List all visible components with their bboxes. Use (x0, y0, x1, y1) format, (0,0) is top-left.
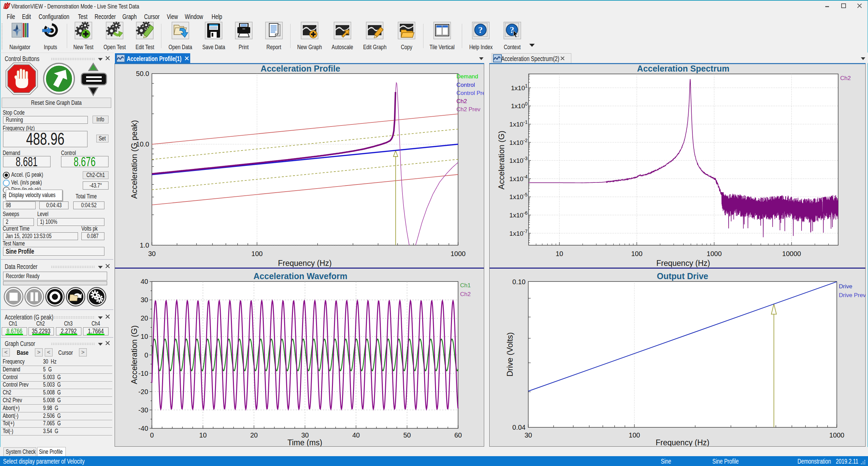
svg-text:Output Drive: Output Drive (657, 271, 708, 281)
svg-text:Ch2: Ch2 (456, 98, 467, 104)
svg-text:10000: 10000 (782, 250, 801, 257)
svg-text:Frequency (Hz): Frequency (Hz) (656, 438, 709, 446)
svg-text:?: ? (478, 25, 483, 35)
svg-text:Acceleration (G peak): Acceleration (G peak) (130, 120, 139, 199)
svg-text:1000: 1000 (829, 431, 845, 439)
svg-text:1000: 1000 (707, 250, 722, 257)
svg-text:Time (ms): Time (ms) (288, 438, 322, 446)
svg-text:Control Prev: Control Prev (456, 90, 484, 96)
svg-text:Ch2 Prev: Ch2 Prev (456, 106, 480, 113)
svg-text:30: 30 (148, 250, 156, 257)
svg-text:-30: -30 (138, 406, 148, 414)
svg-text:100: 100 (629, 431, 640, 439)
svg-text:50: 50 (403, 431, 411, 439)
svg-text:1x101: 1x101 (511, 83, 528, 92)
svg-text:Acceleration (G): Acceleration (G) (130, 325, 139, 384)
svg-text:10: 10 (141, 333, 148, 340)
svg-text:Drive: Drive (839, 283, 852, 290)
svg-text:50.0: 50.0 (136, 70, 149, 77)
svg-text:30: 30 (301, 431, 309, 439)
svg-text:Acceleration Spectrum: Acceleration Spectrum (637, 64, 729, 73)
svg-text:1x10-6: 1x10-6 (509, 210, 528, 219)
svg-text:40: 40 (141, 278, 148, 285)
svg-text:Ch1: Ch1 (460, 282, 471, 289)
svg-text:Frequency (Hz): Frequency (Hz) (278, 259, 332, 267)
svg-text:10: 10 (556, 250, 563, 257)
svg-text:Drive Prev: Drive Prev (839, 292, 865, 298)
svg-text:1x10-7: 1x10-7 (509, 229, 528, 237)
svg-text:1x10-2: 1x10-2 (509, 138, 528, 146)
svg-text:1x10-5: 1x10-5 (509, 192, 528, 200)
svg-text:-40: -40 (138, 425, 148, 432)
svg-text:0.04: 0.04 (512, 424, 526, 431)
svg-text:Acceleration Waveform: Acceleration Waveform (254, 271, 348, 281)
svg-text:Drive (Volts): Drive (Volts) (505, 332, 514, 377)
svg-text:1x10-1: 1x10-1 (509, 119, 528, 128)
svg-text:Control: Control (456, 82, 475, 88)
svg-text:30: 30 (141, 296, 148, 304)
svg-text:0.10: 0.10 (512, 278, 526, 286)
svg-text:1x10-3: 1x10-3 (509, 156, 528, 164)
svg-text:1x100: 1x100 (511, 101, 528, 110)
svg-text:60: 60 (454, 431, 462, 439)
svg-text:20: 20 (141, 314, 148, 322)
svg-text:Acceleration Profile: Acceleration Profile (261, 64, 340, 73)
svg-text:30: 30 (525, 431, 532, 439)
svg-text:Ch2: Ch2 (840, 75, 851, 81)
svg-text:Acceleration (G): Acceleration (G) (497, 131, 506, 189)
svg-text:100: 100 (631, 250, 642, 257)
svg-text:1x10-4: 1x10-4 (509, 174, 528, 182)
svg-text:1000: 1000 (451, 250, 466, 257)
svg-text:-20: -20 (138, 388, 148, 395)
svg-text:0: 0 (144, 351, 148, 359)
svg-text:-10: -10 (138, 370, 148, 377)
svg-text:Frequency (Hz): Frequency (Hz) (656, 259, 710, 267)
svg-text:1.0: 1.0 (140, 241, 149, 249)
svg-text:100: 100 (251, 250, 262, 257)
svg-text:10: 10 (199, 431, 206, 439)
svg-text:40: 40 (352, 431, 360, 439)
svg-text:Demand: Demand (456, 73, 478, 80)
svg-text:20: 20 (250, 431, 258, 439)
svg-text:Ch2: Ch2 (460, 291, 471, 297)
svg-text:0: 0 (150, 431, 154, 439)
